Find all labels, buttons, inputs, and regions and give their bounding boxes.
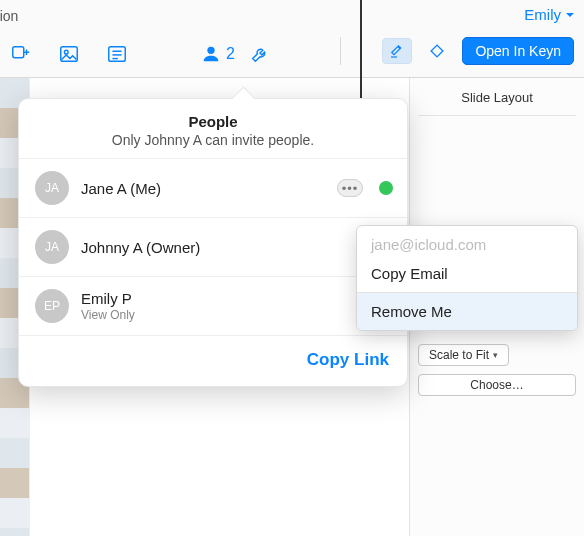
document-title-fragment: ation — [0, 8, 18, 24]
format-button[interactable] — [382, 38, 412, 64]
insert-shape-icon[interactable] — [8, 43, 34, 65]
people-popover: People Only Johnny A can invite people. … — [18, 98, 408, 387]
svg-point-2 — [64, 50, 68, 54]
svg-rect-0 — [13, 47, 24, 58]
open-button-label: Open In Keyn — [475, 43, 561, 59]
popover-footer: Copy Link — [19, 336, 407, 386]
animate-button[interactable] — [422, 38, 452, 64]
popover-title: People — [37, 113, 389, 130]
more-options-button[interactable]: ••• — [337, 179, 363, 197]
copy-link-button[interactable]: Copy Link — [307, 350, 389, 369]
chevron-down-icon: ▾ — [493, 350, 498, 360]
toolbar-right-group: Open In Keyn — [332, 37, 574, 65]
context-menu-email: jane@icloud.com — [357, 226, 577, 255]
svg-rect-8 — [431, 45, 443, 57]
avatar: JA — [35, 230, 69, 264]
person-name: Jane A (Me) — [81, 180, 161, 197]
popover-header: People Only Johnny A can invite people. — [19, 99, 407, 158]
context-menu: jane@icloud.com Copy Email Remove Me — [356, 225, 578, 331]
context-menu-copy-email[interactable]: Copy Email — [357, 255, 577, 292]
avatar: JA — [35, 171, 69, 205]
context-menu-remove-me[interactable]: Remove Me — [357, 293, 577, 330]
person-name: Johnny A (Owner) — [81, 239, 200, 256]
svg-point-7 — [207, 47, 214, 54]
people-list: JA Jane A (Me) ••• JA Johnny A (Owner) E… — [19, 158, 407, 336]
chevron-down-icon — [564, 9, 576, 21]
collaborator-count: 2 — [226, 45, 235, 63]
person-row[interactable]: EP Emily P View Only — [19, 277, 407, 336]
person-row[interactable]: JA Johnny A (Owner) — [19, 218, 407, 277]
person-row[interactable]: JA Jane A (Me) ••• — [19, 159, 407, 218]
person-role: View Only — [81, 308, 135, 322]
text-icon[interactable] — [104, 43, 130, 65]
user-dropdown[interactable]: Emily — [524, 6, 576, 23]
tools-icon[interactable] — [247, 43, 273, 65]
popover-subtitle: Only Johnny A can invite people. — [37, 132, 389, 148]
toolbar-left-group — [8, 43, 130, 65]
open-in-keynote-button[interactable]: Open In Keyn — [462, 37, 574, 65]
scale-to-fit-dropdown[interactable]: Scale to Fit ▾ — [418, 344, 509, 366]
svg-rect-1 — [61, 47, 78, 62]
avatar: EP — [35, 289, 69, 323]
toolbar: ation 2 Open In Keyn Emily — [0, 0, 584, 78]
image-icon[interactable] — [56, 43, 82, 65]
person-name: Emily P — [81, 290, 135, 307]
collaborate-button[interactable]: 2 — [200, 43, 235, 65]
panel-tab-slide-layout[interactable]: Slide Layout — [418, 90, 576, 116]
presence-dot — [379, 181, 393, 195]
choose-button[interactable]: Choose… — [418, 374, 576, 396]
